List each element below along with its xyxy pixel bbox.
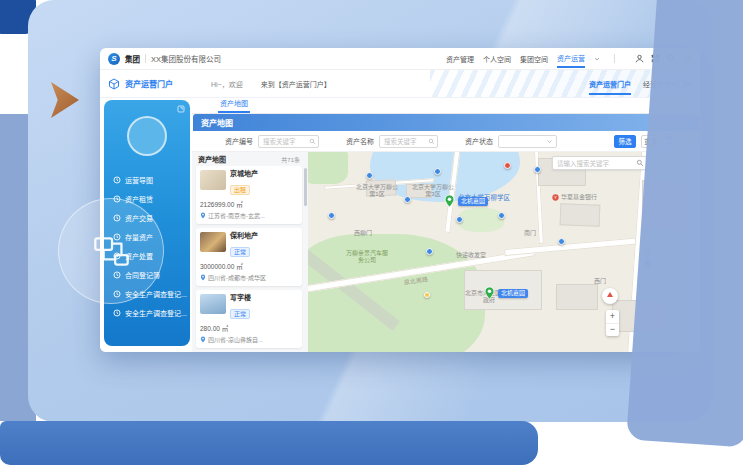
location-pin-icon [200,212,206,219]
asset-title: 京城地产 [230,170,258,178]
divider [145,54,146,63]
map-label: 北京大学万柳公寓1区 [354,184,400,198]
map-marker[interactable] [534,166,541,173]
sidebar-item-label: 安全生产调查登记... [125,308,187,318]
map-marker-red[interactable] [504,162,511,169]
map-zoom-control: + − [606,310,619,336]
chevron-down-icon [546,138,553,145]
map-label: 快递收发室 [456,252,486,259]
greeting-text: Hi~，欢迎 [211,79,243,89]
workarea: 资产地图 共71条 京城地产 出租 2126999.00 [192,152,700,352]
map-building [560,203,601,226]
asset-status-select[interactable] [498,135,557,148]
asset-location: 四川省-凉山彝族自... [200,335,298,344]
sidebar-item-safety-register-2[interactable]: 安全生产调查登记... [113,303,190,322]
status-badge: 正常 [230,309,250,319]
bottom-blue-bar [0,421,538,465]
panel-title: 资产地图 [201,117,233,128]
asset-list-title: 资产地图 [198,154,226,164]
zoom-out-button[interactable]: − [606,324,619,337]
map-marker[interactable] [558,238,565,245]
avatar[interactable] [127,116,167,156]
company-logo: S [108,53,120,65]
asset-area: 3000000.00 ㎡ [200,261,298,271]
panel-header: 资产地图 [193,114,699,131]
asset-card[interactable]: 京城地产 出租 2126999.00 ㎡ 江苏省-南京市-玄武... [196,166,302,224]
filter-row: 资产编号 资产名称 资产状态 筛选 重置 [192,131,700,152]
scrollbar-thumb[interactable] [304,168,307,206]
map-marker[interactable] [366,172,373,179]
asset-name-label: 资产名称 [346,136,374,146]
asset-location-text: 四川省-凉山彝族自... [208,335,263,344]
asset-list-panel: 资产地图 共71条 京城地产 出租 2126999.00 [192,152,308,352]
map-label: 西门 [594,278,606,285]
user-icon[interactable] [635,54,644,63]
app-body: 运营导图 资产租赁 资产交易 存量资产 [100,98,700,352]
field-search-icon[interactable] [309,138,316,145]
asset-status-label: 资产状态 [465,136,493,146]
asset-location-text: 江苏省-南京市-玄武... [208,211,265,220]
compass-needle [607,292,613,297]
filter-button[interactable]: 筛选 [614,135,635,148]
map-marker[interactable] [434,168,441,175]
compass-icon[interactable] [602,288,618,304]
divider [614,54,615,63]
sidebar-item-operations-map[interactable]: 运营导图 [113,170,190,189]
asset-thumbnail [200,170,226,190]
map-label: 南门 [524,230,536,237]
nav-item-asset-management[interactable]: 资产管理 [446,50,474,67]
nav-item-personal-space[interactable]: 个人空间 [483,50,511,67]
asset-no-label: 资产编号 [225,136,253,146]
asset-list-header: 资产地图 共71条 [192,152,308,166]
asset-card[interactable]: 保利地产 正常 3000000.00 ㎡ 四川省-成都市-成华区 [196,228,302,286]
field-search-icon[interactable] [428,138,435,145]
map-marker[interactable] [498,212,505,219]
asset-pin-green[interactable] [484,286,495,300]
bank-marker-icon: ¥ [552,194,559,201]
map-park [308,152,348,184]
asset-title: 保利地产 [230,232,258,240]
map-label-business: 万柳亲景汽车服务公司 [346,250,388,264]
clock-icon [113,176,121,184]
tab-asset-map[interactable]: 资产地图 [218,98,250,113]
map-marker[interactable] [456,216,463,223]
welcome-text: 来到【资产运营门户】 [261,79,331,89]
chevron-down-icon[interactable] [594,56,600,62]
asset-pin-label[interactable]: 北机嘉园 [498,289,528,298]
asset-area: 2126999.00 ㎡ [200,199,298,209]
org-label: 集团 [125,53,140,64]
workflow-icon [88,228,134,274]
asset-thumbnail [200,232,226,252]
status-badge: 出租 [230,185,250,195]
map-park [458,208,504,232]
asset-location: 江苏省-南京市-玄武... [200,211,298,220]
asset-location-text: 四川省-成都市-成华区 [208,273,266,282]
map-marker[interactable] [426,248,433,255]
asset-list-count: 共71条 [281,155,300,164]
search-icon[interactable] [636,159,644,167]
map-search-input[interactable] [553,160,636,167]
company-name: XX集团股份有限公司 [151,53,221,64]
workflow-badge-circle [58,198,164,304]
portal-cube-icon [108,78,120,90]
asset-thumbnail [200,294,226,314]
sidebar-item-label: 运营导图 [125,175,153,185]
tab-asset-operations-portal[interactable]: 资产运营门户 [589,73,631,95]
asset-title: 写字楼 [230,294,251,302]
sidebar-expand-icon[interactable] [177,105,185,113]
zoom-in-button[interactable]: + [606,310,619,324]
asset-pin-label[interactable]: 北机嘉园 [458,197,488,206]
map-marker-traffic[interactable] [424,292,430,298]
nav-item-asset-operations[interactable]: 资产运营 [557,49,585,68]
map-search-box [552,156,648,170]
asset-no-field [258,135,319,148]
asset-area: 280.00 ㎡ [200,323,298,333]
asset-location: 四川省-成都市-成华区 [200,273,298,282]
map-marker[interactable] [328,212,335,219]
nav-item-group-space[interactable]: 集团空间 [520,50,548,67]
asset-pin-green[interactable] [444,194,455,208]
map-label-bank-text: 华夏基金银行 [561,194,597,201]
map-marker[interactable] [404,196,411,203]
clock-icon [113,309,121,317]
asset-card[interactable]: 写字楼 正常 280.00 ㎡ 四川省-凉山彝族自... [196,290,302,348]
